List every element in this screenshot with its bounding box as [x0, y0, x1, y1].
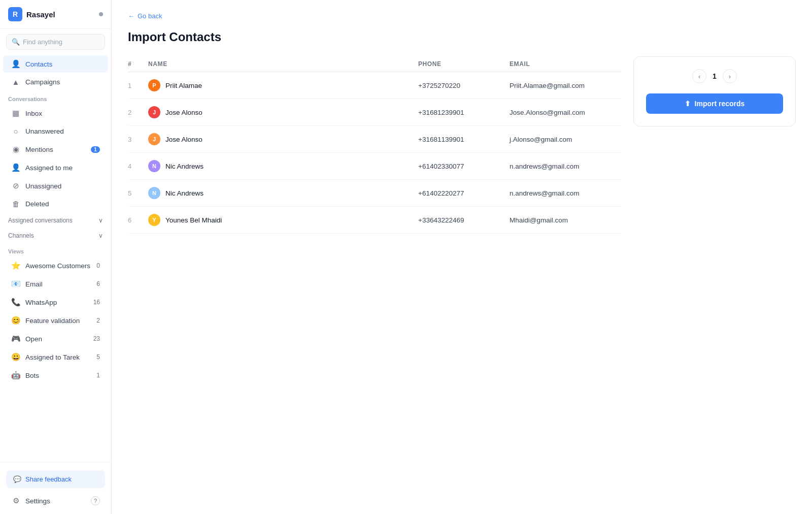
contact-name: N Nic Andrews — [148, 160, 418, 172]
mentions-badge: 1 — [91, 146, 100, 153]
unassigned-icon: ⊘ — [11, 181, 20, 190]
sidebar-item-open[interactable]: 🎮 Open 23 — [3, 330, 108, 347]
inbox-label: Inbox — [25, 110, 42, 117]
contact-name-text: Priit Alamae — [165, 82, 202, 89]
feedback-icon: 💬 — [13, 475, 21, 483]
email-view-label: Email — [25, 280, 43, 288]
main-content: ← Go back Import Contacts # NAME PHONE E… — [112, 0, 812, 514]
table-row: 2 J Jose Alonso +31681239901 Jose.Alonso… — [128, 99, 621, 126]
channels-chevron-icon: ∨ — [98, 232, 103, 239]
table-header: # NAME PHONE EMAIL — [128, 56, 621, 72]
import-button-label: Import records — [695, 100, 745, 108]
assigned-to-tarek-label: Assigned to Tarek — [25, 354, 80, 361]
search-box[interactable]: 🔍 Find anything — [6, 34, 105, 50]
phone-value: +61402220277 — [418, 189, 510, 197]
col-name: NAME — [148, 60, 418, 68]
feature-validation-label: Feature validation — [25, 317, 80, 325]
row-num: 4 — [128, 163, 148, 170]
unassigned-label: Unassigned — [25, 182, 61, 190]
bots-label: Bots — [25, 372, 39, 379]
bots-icon: 🤖 — [11, 371, 20, 380]
email-count: 6 — [96, 280, 100, 287]
table-row: 6 Y Younes Bel Mhaidi +33643222469 Mhaid… — [128, 207, 621, 234]
inbox-icon: ▦ — [11, 109, 20, 118]
contact-name-text: Younes Bel Mhaidi — [165, 216, 222, 224]
sidebar-item-inbox[interactable]: ▦ Inbox — [3, 105, 108, 122]
table-row: 1 P Priit Alamae +3725270220 Priit.Alama… — [128, 72, 621, 99]
avatar: Y — [148, 214, 160, 226]
contact-name: Y Younes Bel Mhaidi — [148, 214, 418, 226]
channels-collapsible[interactable]: Channels ∨ — [0, 228, 111, 243]
phone-value: +31681239901 — [418, 109, 510, 116]
open-label: Open — [25, 335, 42, 343]
sidebar-item-assigned-to-tarek[interactable]: 😀 Assigned to Tarek 5 — [3, 348, 108, 366]
contact-name-text: Nic Andrews — [165, 163, 204, 170]
email-value: n.andrews@gmail.com — [510, 189, 621, 197]
phone-value: +31681139901 — [418, 136, 510, 143]
campaigns-icon: ▲ — [11, 78, 20, 86]
page-number: 1 — [713, 72, 717, 80]
sidebar-bottom: 💬 Share feedback ⚙ Settings ? — [0, 462, 111, 514]
sidebar-item-feature-validation[interactable]: 😊 Feature validation 2 — [3, 312, 108, 329]
import-icon: ⬆ — [685, 100, 691, 108]
row-num: 5 — [128, 189, 148, 197]
sidebar-item-unassigned[interactable]: ⊘ Unassigned — [3, 177, 108, 195]
search-placeholder: Find anything — [23, 38, 62, 46]
contact-name-text: Jose Alonso — [165, 109, 202, 116]
awesome-customers-icon: ⭐ — [11, 261, 20, 270]
sidebar-header: R Rasayel — [0, 0, 111, 29]
assigned-conversations-label: Assigned conversations — [8, 217, 73, 224]
sidebar-item-bots[interactable]: 🤖 Bots 1 — [3, 367, 108, 384]
email-value: Priit.Alamae@gmail.com — [510, 82, 621, 89]
avatar: N — [148, 187, 160, 199]
sidebar-item-mentions[interactable]: ◉ Mentions 1 — [3, 141, 108, 158]
contact-name: N Nic Andrews — [148, 187, 418, 199]
col-phone: PHONE — [418, 60, 510, 68]
assigned-conversations-collapsible[interactable]: Assigned conversations ∨ — [0, 213, 111, 228]
contact-name-text: Nic Andrews — [165, 189, 204, 197]
search-icon: 🔍 — [12, 38, 20, 46]
sidebar-item-deleted[interactable]: 🗑 Deleted — [3, 196, 108, 212]
share-feedback-button[interactable]: 💬 Share feedback — [6, 470, 105, 488]
app-logo[interactable]: R Rasayel — [8, 7, 55, 21]
sidebar-item-contacts[interactable]: 👤 Contacts — [3, 55, 108, 73]
awesome-customers-count: 0 — [96, 262, 100, 269]
assigned-to-me-icon: 👤 — [11, 163, 20, 172]
go-back-link[interactable]: ← Go back — [128, 12, 162, 20]
import-records-button[interactable]: ⬆ Import records — [646, 93, 783, 114]
avatar: N — [148, 160, 160, 172]
avatar: J — [148, 106, 160, 118]
status-dot — [99, 12, 103, 16]
email-value: Jose.Alonso@gmail.com — [510, 109, 621, 116]
email-value: Mhaidi@gmail.com — [510, 216, 621, 224]
sidebar-item-assigned-to-me[interactable]: 👤 Assigned to me — [3, 159, 108, 176]
sidebar-item-unanswered[interactable]: ○ Unanswered — [3, 123, 108, 140]
settings-label: Settings — [25, 497, 50, 505]
assigned-to-tarek-count: 5 — [96, 354, 100, 361]
row-num: 1 — [128, 82, 148, 89]
sidebar-item-settings[interactable]: ⚙ Settings ? — [3, 492, 108, 509]
unanswered-icon: ○ — [11, 127, 20, 136]
help-icon[interactable]: ? — [91, 496, 100, 505]
mentions-icon: ◉ — [11, 145, 20, 154]
app-name: Rasayel — [26, 10, 55, 19]
sidebar-item-campaigns[interactable]: ▲ Campaigns — [3, 74, 108, 90]
sidebar-item-awesome-customers[interactable]: ⭐ Awesome Customers 0 — [3, 257, 108, 274]
phone-value: +33643222469 — [418, 216, 510, 224]
go-back-label: Go back — [138, 12, 162, 20]
phone-value: +3725270220 — [418, 82, 510, 89]
contact-name: J Jose Alonso — [148, 106, 418, 118]
assigned-to-tarek-icon: 😀 — [11, 352, 20, 362]
prev-page-button[interactable]: ‹ — [692, 69, 706, 83]
page-title: Import Contacts — [128, 30, 796, 44]
sidebar-item-whatsapp[interactable]: 📞 WhatsApp 16 — [3, 294, 108, 311]
feature-validation-count: 2 — [96, 317, 100, 324]
next-page-button[interactable]: › — [723, 69, 737, 83]
email-value: j.Alonso@gmail.com — [510, 136, 621, 143]
campaigns-label: Campaigns — [25, 78, 60, 86]
sidebar-item-email[interactable]: 📧 Email 6 — [3, 275, 108, 293]
avatar: P — [148, 79, 160, 91]
col-email: EMAIL — [510, 60, 621, 68]
conversations-section-label: Conversations — [0, 91, 111, 104]
row-num: 3 — [128, 136, 148, 143]
